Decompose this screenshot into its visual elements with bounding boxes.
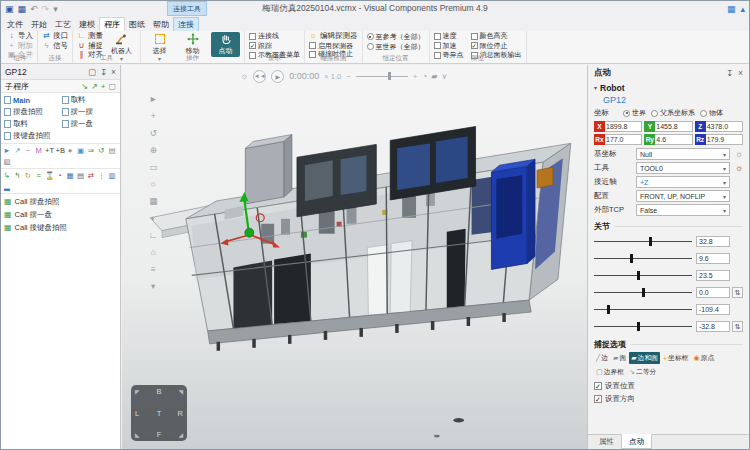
joint-slider[interactable] bbox=[594, 286, 692, 299]
jog-field-dropdown[interactable]: FRONT, UP, NOFLIP ▾ bbox=[636, 190, 730, 202]
jog-field-dropdown[interactable]: False ▾ bbox=[636, 204, 730, 216]
subprogram-item[interactable]: Main bbox=[4, 95, 60, 105]
reset-simulation-button[interactable]: ◄◄ bbox=[253, 70, 266, 83]
statement-row[interactable]: ▦ Call 摆盘拍照 bbox=[4, 197, 117, 207]
statement-toolbar-icon[interactable]: ► bbox=[3, 146, 11, 155]
viewport-tool-icon[interactable]: ○ bbox=[149, 180, 157, 189]
subprogram-item[interactable]: 摆一盘 bbox=[62, 119, 118, 129]
jog-field-dropdown[interactable]: Null ▾ bbox=[636, 148, 730, 160]
gear-icon[interactable]: ☼ bbox=[735, 163, 743, 173]
ribbon-tab[interactable]: 文件 bbox=[3, 17, 27, 31]
qat-icon[interactable]: ↶ bbox=[30, 4, 38, 14]
statement-toolbar-icon[interactable]: ↰ bbox=[14, 171, 22, 180]
slider-handle[interactable] bbox=[637, 322, 640, 331]
ribbon-tab[interactable]: 程序 bbox=[99, 17, 125, 31]
subprogram-toolbar-icon[interactable]: ▢ bbox=[108, 82, 116, 91]
statement-toolbar-icon[interactable]: ▂ bbox=[3, 182, 11, 191]
joint-value-input[interactable]: 32.8 bbox=[696, 236, 730, 247]
speed-plus-button[interactable]: + bbox=[413, 72, 418, 81]
snap-mode-button[interactable]: + 坐标框 bbox=[661, 352, 690, 364]
subprogram-item[interactable]: 摆一摆 bbox=[62, 107, 118, 117]
snap-mode-button[interactable]: ◉ 原点 bbox=[691, 352, 716, 364]
statement-toolbar-icon[interactable]: ● bbox=[66, 146, 74, 155]
robot-section-header[interactable]: ▾ Robot bbox=[594, 81, 743, 94]
statement-toolbar-icon[interactable]: ↗ bbox=[14, 146, 22, 155]
coordinate-mode-radio[interactable]: 世界 bbox=[623, 109, 646, 118]
coordinate-value-input[interactable]: 1455.8 bbox=[655, 121, 692, 132]
viewport-tool-icon[interactable]: ◐ bbox=[149, 214, 157, 223]
statement-toolbar-icon[interactable]: ▥ bbox=[108, 171, 116, 180]
panel-tab[interactable]: 点动 bbox=[621, 434, 652, 449]
joint-stepper-icon[interactable]: ⇅ bbox=[732, 321, 743, 332]
ribbon-button[interactable]: ↓ 导入 bbox=[7, 32, 33, 41]
viewport-tool-icon[interactable]: ▾ bbox=[149, 282, 157, 291]
slider-handle[interactable] bbox=[649, 237, 652, 246]
speed-slider[interactable] bbox=[356, 70, 408, 82]
qat-icon[interactable]: ▾ bbox=[53, 4, 58, 14]
statement-toolbar-icon[interactable]: ↳ bbox=[3, 171, 11, 180]
edit-detectors-button[interactable]: ☼ 编辑探测器 bbox=[309, 32, 358, 41]
coordinate-value-input[interactable]: 177.0 bbox=[605, 134, 642, 145]
statement-toolbar-icon[interactable]: ▤ bbox=[108, 146, 116, 155]
show-option-checkbox[interactable]: 连接线 bbox=[249, 32, 300, 41]
statement-toolbar-icon[interactable]: ⋮ bbox=[98, 171, 106, 180]
joint-value-input[interactable]: -32.8 bbox=[696, 321, 730, 332]
statement-toolbar-icon[interactable]: ⌛ bbox=[45, 171, 53, 180]
statement-row[interactable]: ▦ Call 接键盘拍照 bbox=[4, 223, 117, 233]
show-option-checkbox[interactable]: 跟踪 bbox=[249, 42, 300, 51]
statement-toolbar-icon[interactable]: ▧ bbox=[3, 157, 11, 166]
qat-icon[interactable]: ▦ bbox=[18, 4, 27, 14]
joint-value-input[interactable]: 9.6 bbox=[696, 253, 730, 264]
viewport-tool-icon[interactable]: + bbox=[149, 112, 157, 121]
statement-toolbar-icon[interactable]: ◔ bbox=[56, 171, 64, 180]
speed-slider-handle[interactable] bbox=[388, 72, 391, 80]
ribbon-tab[interactable]: 图纸 bbox=[125, 17, 149, 31]
statement-toolbar-icon[interactable]: ▣ bbox=[77, 146, 85, 155]
panel-header-icon[interactable]: ↧ bbox=[100, 67, 107, 77]
coordinate-value-input[interactable]: 4.6 bbox=[655, 134, 692, 145]
panel-header-icon[interactable]: ↧ bbox=[726, 68, 733, 78]
joint-stepper-icon[interactable]: ⇅ bbox=[732, 287, 743, 298]
qat-icon[interactable]: ▣ bbox=[5, 4, 14, 14]
playback-extra-icon[interactable]: ◔ bbox=[423, 72, 428, 81]
ribbon-tab[interactable]: 工艺 bbox=[51, 17, 75, 31]
viewport-tool-icon[interactable]: ⌂ bbox=[149, 248, 157, 257]
gear-icon[interactable]: ☼ bbox=[735, 149, 743, 159]
subprogram-toolbar-icon[interactable]: ↘ bbox=[81, 82, 88, 91]
viewport-tool-icon[interactable]: ≡ bbox=[149, 265, 157, 274]
subprogram-item[interactable]: 接键盘拍照 bbox=[4, 131, 60, 141]
viewport-tool-icon[interactable]: ∟ bbox=[149, 231, 157, 240]
slider-handle[interactable] bbox=[637, 271, 640, 280]
statement-toolbar-icon[interactable]: ↻ bbox=[24, 171, 32, 180]
subprogram-item[interactable]: 摆盘拍照 bbox=[4, 107, 60, 117]
ribbon-button[interactable]: ⇄ 接口 bbox=[42, 32, 68, 41]
panel-tab[interactable]: 属性 bbox=[592, 435, 621, 449]
snap-mode-button[interactable]: ↘ 二等分 bbox=[627, 366, 658, 378]
viewport-tool-icon[interactable]: ► bbox=[149, 95, 157, 104]
view-cube-arrow-icon[interactable]: ◢ bbox=[178, 431, 183, 438]
qat-icon[interactable]: ↷ bbox=[42, 4, 50, 14]
hold-position-radio[interactable]: 至世界（全部） bbox=[367, 42, 425, 51]
jog-field-dropdown[interactable]: TOOL0 ▾ bbox=[636, 162, 730, 174]
statement-row[interactable]: ▦ Call 摆一盘 bbox=[4, 210, 117, 220]
playback-extra-icon[interactable]: ▰ bbox=[431, 72, 437, 81]
statement-toolbar-icon[interactable]: ▦ bbox=[66, 171, 74, 180]
limit-option-checkbox[interactable]: 颜色高亮 bbox=[471, 32, 522, 41]
joint-value-input[interactable]: 23.5 bbox=[696, 270, 730, 281]
statement-toolbar-icon[interactable]: ↺ bbox=[98, 146, 106, 155]
statement-toolbar-icon[interactable]: +B bbox=[56, 146, 64, 155]
statement-toolbar-icon[interactable]: ▤ bbox=[77, 171, 85, 180]
viewport-tool-icon[interactable]: ▭ bbox=[149, 163, 157, 172]
limit-option-checkbox[interactable]: 加速 bbox=[434, 42, 464, 51]
snap-option-checkbox[interactable]: 设置位置 bbox=[594, 379, 743, 392]
joint-slider[interactable] bbox=[594, 320, 692, 333]
ribbon-tab[interactable]: 连接 bbox=[173, 17, 199, 31]
snap-mode-button[interactable]: ╱ 边 bbox=[594, 352, 610, 364]
joint-slider[interactable] bbox=[594, 269, 692, 282]
viewport-tool-icon[interactable]: ↺ bbox=[149, 129, 157, 138]
statement-toolbar-icon[interactable]: +T bbox=[45, 146, 53, 155]
viewport-tool-icon[interactable]: ⊕ bbox=[149, 146, 157, 155]
window-control-icon[interactable]: ▴ bbox=[740, 4, 745, 14]
statement-toolbar-icon[interactable]: M bbox=[35, 146, 43, 155]
slider-handle[interactable] bbox=[630, 254, 633, 263]
